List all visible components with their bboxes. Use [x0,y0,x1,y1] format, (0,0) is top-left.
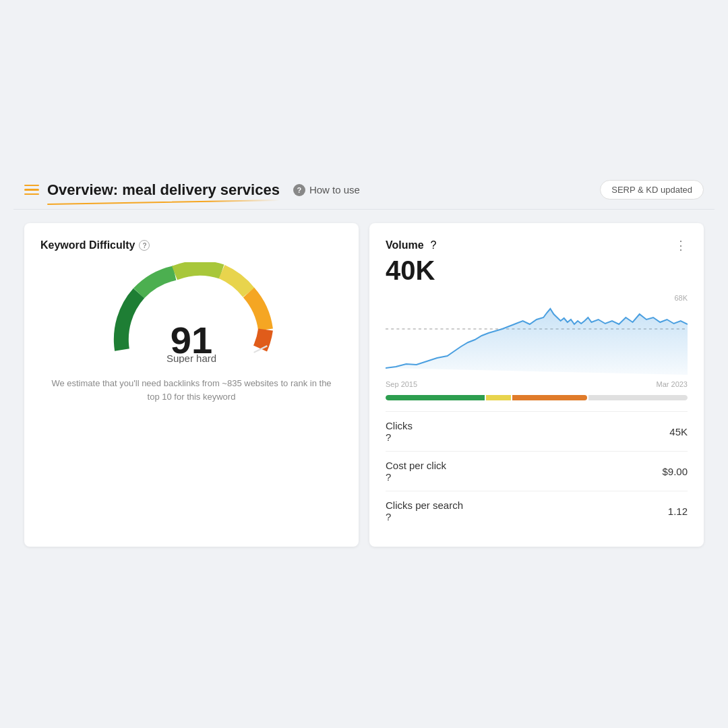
chart-svg [386,294,688,375]
menu-icon[interactable] [24,185,39,195]
table-row: Clicks ? 45K [386,412,688,452]
chart-end-date: Mar 2023 [657,380,688,388]
bar-gray [588,395,688,400]
bar-yellow [486,395,511,400]
kd-help-icon[interactable]: ? [139,240,150,251]
volume-title: Volume [386,239,424,251]
question-icon: ? [293,184,305,196]
header: Overview: meal delivery services ? How t… [13,171,715,210]
bar-green [386,395,485,400]
chart-max-label: 68K [674,294,688,302]
cps-label: Clicks per search [386,499,463,511]
cpc-help-icon[interactable]: ? [386,471,613,483]
chart-start-date: Sep 2015 [386,380,417,388]
cps-value: 1.12 [613,491,688,531]
table-row: Clicks per search ? 1.12 [386,491,688,531]
volume-value: 40K [386,255,688,286]
bar-orange [512,395,587,400]
chart-date-labels: Sep 2015 Mar 2023 [386,380,688,388]
cpc-value: $9.00 [613,452,688,491]
difficulty-bar [386,395,688,400]
clicks-label-cell: Clicks ? [386,420,613,443]
how-to-use-label: How to use [309,184,360,195]
clicks-value: 45K [613,412,688,452]
how-to-use-button[interactable]: ? How to use [293,184,360,196]
volume-card: Volume ? ⋮ 40K 68K [369,223,704,547]
volume-header: Volume ? ⋮ [386,239,688,251]
kd-description: We estimate that you'll need backlinks f… [40,377,342,403]
cps-help-icon[interactable]: ? [386,511,613,522]
cps-label-cell: Clicks per search ? [386,499,613,522]
stats-table: Clicks ? 45K Cost per click ? $9.00 [386,411,688,530]
svg-text:Super hard: Super hard [166,353,216,363]
cards-container: Keyword Difficulty ? [13,212,715,557]
serp-badge: SERP & KD updated [600,180,704,200]
keyword-difficulty-title: Keyword Difficulty ? [40,239,342,251]
volume-help-icon[interactable]: ? [431,239,437,251]
cpc-label: Cost per click [386,460,446,471]
cpc-label-cell: Cost per click ? [386,460,613,483]
volume-chart: 68K Sep 2015 [386,294,688,388]
volume-title-row: Volume ? [386,239,437,251]
clicks-help-icon[interactable]: ? [386,431,613,443]
gauge-container: 91 Super hard [40,262,342,363]
more-options-icon[interactable]: ⋮ [675,239,688,251]
keyword-difficulty-card: Keyword Difficulty ? [24,223,359,547]
clicks-label: Clicks [386,420,413,431]
page-title: Overview: meal delivery services [47,181,280,199]
gauge-svg: 91 Super hard [104,262,279,363]
table-row: Cost per click ? $9.00 [386,452,688,491]
